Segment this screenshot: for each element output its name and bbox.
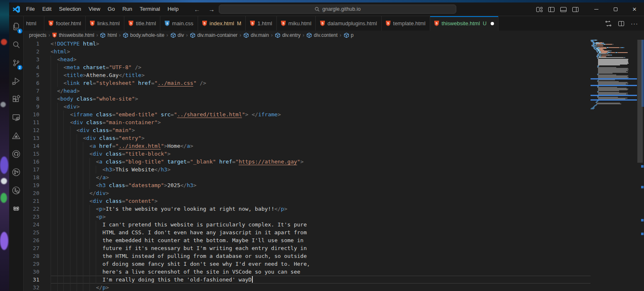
code-line[interactable]: 3<head>	[24, 55, 591, 63]
code-line[interactable]: 28the HTML instead of pulling from a dat…	[24, 252, 591, 260]
tab-title-html[interactable]: 5title.html	[124, 16, 160, 31]
code-line[interactable]: 5<title>Athene.Gay</title>	[24, 71, 591, 79]
code-line[interactable]: 23<p>	[24, 213, 591, 221]
code-line[interactable]: 31I'm really doing this the 'old-fashion…	[24, 276, 591, 284]
code-line[interactable]: 4<meta charset="UTF-8" />	[24, 63, 591, 71]
breadcrumb-item-thiswebsite-html[interactable]: 5thiswebsite.html	[52, 32, 94, 38]
extensions-activity-button[interactable]	[9, 90, 24, 108]
code-line[interactable]: 30here's a live screenshot of the site i…	[24, 268, 591, 276]
code-line[interactable]: 7</head>	[24, 87, 591, 95]
search-activity-button[interactable]	[9, 36, 24, 54]
open-changes-icon[interactable]	[605, 20, 612, 27]
command-center-search[interactable]: gnargle.github.io	[219, 5, 456, 14]
run-and-debug-activity-button[interactable]	[9, 72, 24, 90]
code-line[interactable]: 8<body class="whole-site">	[24, 95, 591, 103]
tab-footer-html[interactable]: 5footer.html	[44, 16, 86, 31]
minimap[interactable]	[591, 40, 637, 291]
explorer-activity-button[interactable]: 1	[9, 17, 24, 36]
code-content[interactable]: 1<!DOCTYPE html>2<html>3<head>4<meta cha…	[24, 40, 591, 291]
tab-html[interactable]: html	[24, 16, 44, 31]
tab-main-css[interactable]: 3main.css	[160, 16, 198, 31]
code-line[interactable]: 9<div>	[24, 103, 591, 111]
github-activity-button[interactable]	[9, 145, 24, 163]
code-line[interactable]: 32</p>	[24, 284, 591, 291]
code-line[interactable]: 1<!DOCTYPE html>	[24, 40, 591, 48]
code-line[interactable]: 19<h3 class="datestamp">2025</h3>	[24, 181, 591, 189]
tab-index-html[interactable]: 5index.htmlM	[198, 16, 246, 31]
gitlens-activity-button[interactable]	[9, 181, 24, 200]
code-line[interactable]: 6<link rel="stylesheet" href="../main.cs…	[24, 79, 591, 87]
menu-go[interactable]: Go	[104, 5, 119, 14]
back-arrow-icon[interactable]: ←	[194, 6, 200, 13]
menu-help[interactable]: Help	[164, 5, 182, 14]
minimize-button[interactable]	[587, 2, 606, 16]
code-editor[interactable]: 1<!DOCTYPE html>2<html>3<head>4<meta cha…	[24, 40, 644, 291]
tab-1-html[interactable]: 51.html	[246, 16, 276, 31]
menu-run[interactable]: Run	[119, 5, 136, 14]
code-line[interactable]: 11<div class="main-container">	[24, 118, 591, 126]
toggle-sidebar-left-icon[interactable]	[548, 7, 554, 12]
code-line[interactable]: 27future if it's necessary but I'm writi…	[24, 244, 591, 252]
code-line[interactable]: 17<h3>This Website</h3>	[24, 166, 591, 173]
triangle-extension-activity-button[interactable]	[9, 127, 24, 145]
indent-guide	[70, 166, 77, 173]
vertical-scrollbar[interactable]	[637, 40, 644, 291]
indent-guide	[63, 284, 70, 291]
tab-thiswebsite-html[interactable]: 5thiswebsite.htmlU	[430, 16, 499, 31]
godot-tools-activity-button[interactable]	[9, 200, 24, 218]
scrollbar-slider[interactable]	[637, 40, 643, 163]
code-line[interactable]: 15<div class="title-block">	[24, 150, 591, 158]
breadcrumb-item-body-whole-site[interactable]: body.whole-site	[123, 32, 165, 38]
code-line[interactable]: 13<div class="entry">	[24, 134, 591, 142]
forward-arrow-icon[interactable]: →	[208, 6, 215, 13]
code-line[interactable]: 16<a class="blog-title" target="_blank" …	[24, 158, 591, 166]
customize-layout-icon[interactable]	[536, 7, 542, 12]
indent-guide	[70, 142, 77, 150]
more-actions-icon[interactable]: ···	[631, 22, 638, 26]
breadcrumb-item-div-entry[interactable]: div.entry	[275, 32, 300, 38]
menu-view[interactable]: View	[85, 5, 104, 14]
indent-guide	[90, 173, 96, 181]
maximize-button[interactable]	[606, 2, 625, 16]
breadcrumb-item-div-main[interactable]: div.main	[243, 32, 269, 38]
menu-selection[interactable]: Selection	[55, 5, 85, 14]
code-line[interactable]: 29of doing some fancy shit I don't see w…	[24, 260, 591, 268]
tab-miku-html[interactable]: 5miku.html	[277, 16, 316, 31]
code-line[interactable]: 24I can't pretend this website is partic…	[24, 221, 591, 228]
breadcrumb-item-html[interactable]: html	[100, 32, 117, 38]
breadcrumb-item-p[interactable]: p	[344, 32, 354, 38]
code-line[interactable]: 12<div class="main">	[24, 126, 591, 134]
breadcrumb-item-projects[interactable]: projects	[29, 32, 46, 38]
breadcrumb-item-div-main-container[interactable]: div.main-container	[190, 32, 237, 38]
tab-dalamudplugins-html[interactable]: 5dalamudplugins.html	[316, 16, 381, 31]
breadcrumb-item-div[interactable]: div	[170, 32, 184, 38]
close-button[interactable]: ✕	[625, 2, 644, 16]
indent-guide	[90, 260, 96, 268]
close-icon: ✕	[632, 7, 637, 12]
toggle-panel-bottom-icon[interactable]	[560, 7, 567, 12]
git-graph-activity-button[interactable]	[9, 163, 24, 181]
code-line[interactable]: 22<p>It's the website you're looking at …	[24, 205, 591, 213]
line-content: <body class="whole-site">	[51, 95, 591, 103]
toggle-sidebar-right-icon[interactable]	[572, 7, 579, 12]
code-line[interactable]: 20</div>	[24, 189, 591, 197]
code-line[interactable]: 21<div class="content">	[24, 197, 591, 205]
code-line[interactable]: 10<iframe class="embed-title" src="../sh…	[24, 111, 591, 118]
code-line[interactable]: 14<a href="../index.html">Home</a>	[24, 142, 591, 150]
indent-guide	[83, 252, 90, 260]
menu-terminal[interactable]: Terminal	[136, 5, 164, 14]
token: >	[164, 182, 167, 188]
menu-file[interactable]: File	[22, 5, 39, 14]
code-line[interactable]: 26the embedded hit counter at the bottom…	[24, 236, 591, 244]
code-line[interactable]: 18</a>	[24, 173, 591, 181]
tab-template-html[interactable]: 5template.html	[382, 16, 430, 31]
tab-links-html[interactable]: 5links.html	[86, 16, 124, 31]
breadcrumb-item-div-content[interactable]: div.content	[306, 32, 337, 38]
split-editor-icon[interactable]	[618, 21, 624, 26]
remote-explorer-activity-button[interactable]	[9, 108, 24, 127]
code-line[interactable]: 2<html>	[24, 48, 591, 55]
source-control-activity-button[interactable]: 2	[9, 54, 24, 72]
indent-guide	[96, 166, 102, 173]
menu-edit[interactable]: Edit	[39, 5, 55, 14]
code-line[interactable]: 25HTML and CSS. I don't even have any ja…	[24, 228, 591, 236]
